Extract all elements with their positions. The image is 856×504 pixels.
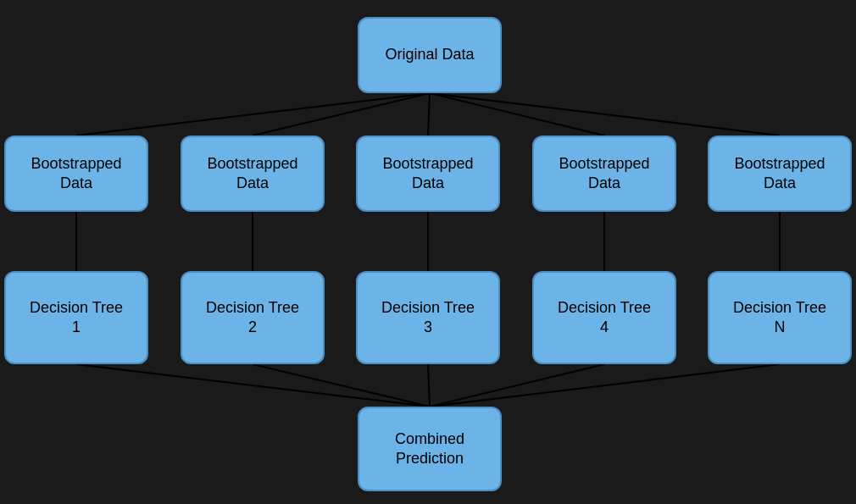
- decision-tree-node-3: Decision Tree3: [356, 271, 500, 364]
- diagram-container: Original Data BootstrappedData Bootstrap…: [0, 0, 856, 504]
- svg-line-2: [428, 93, 430, 136]
- svg-line-12: [428, 364, 430, 407]
- bootstrapped-data-node-2: BootstrappedData: [181, 136, 325, 212]
- bootstrapped-data-node-3: BootstrappedData: [356, 136, 500, 212]
- svg-line-3: [430, 93, 604, 136]
- combined-prediction-node: CombinedPrediction: [358, 407, 502, 491]
- original-data-node: Original Data: [358, 17, 502, 93]
- bootstrapped-data-node-4: BootstrappedData: [532, 136, 676, 212]
- decision-tree-node-2: Decision Tree2: [181, 271, 325, 364]
- svg-line-11: [253, 364, 430, 407]
- bootstrapped-data-node-1: BootstrappedData: [4, 136, 148, 212]
- svg-line-14: [430, 364, 780, 407]
- decision-tree-node-n: Decision TreeN: [708, 271, 852, 364]
- svg-line-10: [76, 364, 430, 407]
- svg-line-0: [76, 93, 430, 136]
- decision-tree-node-4: Decision Tree4: [532, 271, 676, 364]
- decision-tree-node-1: Decision Tree1: [4, 271, 148, 364]
- bootstrapped-data-node-5: BootstrappedData: [708, 136, 852, 212]
- svg-line-4: [430, 93, 780, 136]
- svg-line-1: [253, 93, 430, 136]
- svg-line-13: [430, 364, 604, 407]
